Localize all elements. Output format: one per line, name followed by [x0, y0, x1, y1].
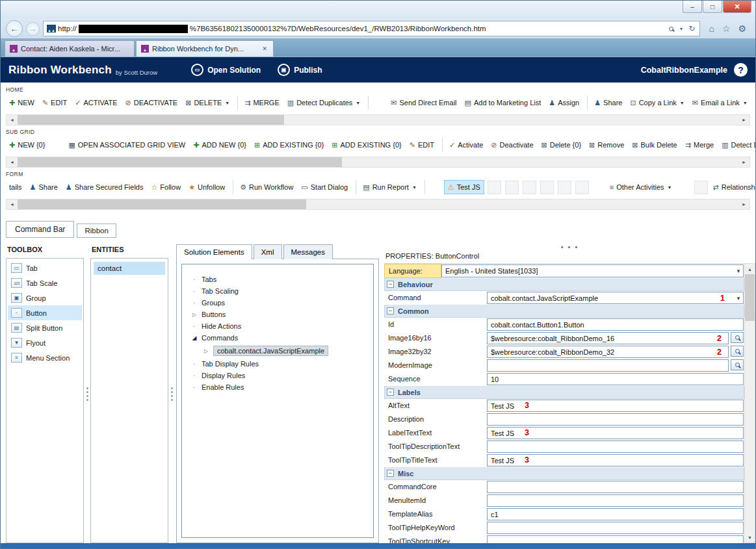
ribbon-button-deactivate[interactable]: ⊘Deactivate: [488, 138, 536, 151]
window-titlebar[interactable]: – □ ✕: [1, 1, 755, 19]
close-button[interactable]: ✕: [723, 1, 751, 13]
address-bar[interactable]: ▲▲ http:// %7B635618021350000132%7D/WebR…: [43, 21, 700, 36]
scroll-track[interactable]: [745, 274, 755, 532]
ribbon-button-new[interactable]: ✚NEW: [6, 96, 38, 109]
tab-xml[interactable]: Xml: [254, 244, 282, 259]
ribbon-button-start-dialog[interactable]: ▭Start Dialog: [298, 181, 351, 194]
field-input-menuitemid[interactable]: [487, 494, 744, 507]
ribbon-button-merge[interactable]: ⇉MERGE: [241, 96, 283, 109]
settings-gear-icon[interactable]: ⚙: [738, 23, 746, 34]
entity-item-contact[interactable]: contact: [94, 262, 165, 275]
field-input-description[interactable]: [487, 413, 744, 426]
tree-item-enable-rules[interactable]: ▪Enable Rules: [185, 381, 371, 393]
favorites-star-icon[interactable]: ☆: [722, 23, 731, 34]
tab-ribbon[interactable]: Ribbon: [77, 223, 116, 238]
ribbon-button-follow[interactable]: ☆Follow: [148, 181, 184, 194]
ribbon-button-edit[interactable]: ✎EDIT: [39, 96, 70, 109]
tree-item-buttons[interactable]: ▷Buttons: [185, 309, 371, 320]
scroll-left-icon[interactable]: ◄: [7, 115, 18, 125]
field-input-tooltipshortcutkey[interactable]: [487, 535, 744, 543]
tree-item-tab-display-rules[interactable]: ▪Tab Display Rules: [185, 358, 371, 370]
toolbox-item-tab[interactable]: ▭Tab: [8, 261, 82, 275]
ribbon-button-relationship[interactable]: ⇄Relationship▼: [710, 181, 756, 194]
field-input-labeltexttext[interactable]: Test JS3: [487, 427, 744, 439]
field-input-modernimage[interactable]: [487, 359, 729, 372]
field-input-command[interactable]: cobalt.contact.JavaScriptExample1▼: [487, 292, 744, 304]
minimize-button[interactable]: –: [683, 1, 702, 13]
field-input-tooltiptitletext[interactable]: Test JS3: [487, 454, 744, 466]
collapse-minus-icon[interactable]: −: [387, 307, 394, 314]
ribbon-button-add-existing-0[interactable]: ⊞ADD EXISTING {0}: [251, 138, 327, 151]
field-input-image32by32[interactable]: $webresource:cobalt_RibbonDemo_322: [487, 346, 729, 358]
ribbon-button-open-associated-grid-view[interactable]: ▦OPEN ASSOCIATED GRID VIEW: [65, 138, 189, 151]
splitter-handle-icon[interactable]: • • •: [384, 244, 755, 251]
collapse-minus-icon[interactable]: −: [387, 389, 394, 396]
tab-close-icon[interactable]: ✕: [261, 44, 268, 53]
panel-splitter[interactable]: [84, 244, 90, 543]
collapse-icon[interactable]: ◢: [191, 335, 198, 341]
ribbon-button-deactivate[interactable]: ⊘DEACTIVATE: [122, 96, 181, 109]
ribbon-button-delete[interactable]: ⊠DELETE▼: [182, 96, 233, 109]
refresh-icon[interactable]: ↻: [688, 24, 695, 33]
ribbon-button-remove[interactable]: ⊠Remove: [586, 138, 627, 151]
ribbon-button-add-existing-0[interactable]: ⊞ADD EXISTING {0}: [328, 138, 404, 151]
scroll-down-icon[interactable]: ▼: [745, 532, 755, 543]
browser-tab-contact[interactable]: ▲ Contact: Aiden Kaskela - Micr...: [5, 40, 135, 57]
language-select[interactable]: English - United States[1033]▼: [441, 264, 744, 277]
section-header-misc[interactable]: −Misc: [384, 467, 744, 480]
ribbon-button-email-a-link[interactable]: ✉Email a Link▼: [689, 96, 751, 109]
field-input-image16by16[interactable]: $webresource:cobalt_RibbonDemo_162: [487, 332, 729, 344]
section-header-common[interactable]: −Common: [384, 305, 744, 318]
collapse-minus-icon[interactable]: −: [387, 281, 394, 288]
tree-item-cobalt-contact-javascriptexample[interactable]: ▷cobalt.contact.JavaScriptExample: [185, 344, 371, 358]
empty-button-placeholder[interactable]: [488, 181, 501, 194]
field-input-tooltipdescriptiontext[interactable]: [487, 440, 744, 453]
toolbox-item-button[interactable]: ▫Button: [8, 305, 82, 320]
scroll-right-icon[interactable]: ►: [738, 115, 749, 125]
scroll-right-icon[interactable]: ►: [738, 157, 749, 167]
home-icon[interactable]: ⌂: [709, 23, 714, 34]
toolbox-item-flyout[interactable]: ▼Flyout: [8, 335, 82, 350]
scroll-track[interactable]: [18, 115, 738, 125]
field-input-sequence[interactable]: 10: [487, 373, 744, 385]
scroll-track[interactable]: [18, 199, 738, 209]
ribbon-button-merge[interactable]: ⇉Merge: [682, 138, 717, 151]
tab-messages[interactable]: Messages: [283, 244, 333, 259]
ribbon-button-detect-duplicates[interactable]: ▥Detect Duplicates▼: [718, 138, 755, 151]
horizontal-scrollbar[interactable]: ◄►: [6, 157, 750, 168]
tree-item-tabs[interactable]: ▪Tabs: [185, 274, 371, 285]
back-icon[interactable]: ←: [6, 20, 23, 37]
maximize-button[interactable]: □: [703, 1, 722, 13]
field-input-alttext[interactable]: Test JS3: [487, 400, 744, 412]
panel-splitter[interactable]: [168, 244, 175, 543]
chevron-down-icon[interactable]: ▼: [679, 27, 683, 31]
open-solution-button[interactable]: ▭ Open Solution: [191, 64, 261, 76]
ribbon-button-test-js[interactable]: ⚠Test JS: [444, 180, 484, 194]
field-input-templatealias[interactable]: c1: [487, 508, 744, 520]
empty-button-placeholder[interactable]: [523, 181, 536, 194]
field-input-commandcore[interactable]: [487, 481, 744, 493]
ribbon-button-share[interactable]: ♟Share: [27, 181, 61, 194]
empty-button-placeholder[interactable]: [505, 181, 519, 194]
properties-scrollbar[interactable]: ▲ ▼: [744, 263, 755, 543]
ribbon-button-edit[interactable]: ✎EDIT: [406, 138, 437, 151]
ribbon-button-share[interactable]: ♟Share: [591, 96, 625, 109]
ribbon-button-bulk-delete[interactable]: ⊠Bulk Delete: [629, 138, 680, 151]
ribbon-button-new-0[interactable]: ✚NEW {0}: [6, 138, 48, 151]
tree-item-groups[interactable]: ▪Groups: [185, 297, 371, 309]
ribbon-button-detect-duplicates[interactable]: ▥Detect Duplicates▼: [284, 96, 364, 109]
browse-button[interactable]: [731, 359, 744, 370]
section-header-labels[interactable]: −Labels: [384, 386, 744, 399]
scroll-track[interactable]: [18, 157, 738, 167]
ribbon-button-tails[interactable]: tails: [6, 181, 25, 194]
ribbon-button-run-report[interactable]: ▤Run Report▼: [359, 181, 420, 194]
ribbon-button-delete-0[interactable]: ⊠Delete {0}: [538, 138, 585, 151]
publish-button[interactable]: ▣ Publish: [278, 64, 322, 76]
ribbon-button-run-workflow[interactable]: ⚙Run Workflow: [237, 181, 296, 194]
expand-icon[interactable]: ▷: [191, 312, 198, 318]
scroll-thumb[interactable]: [18, 199, 306, 209]
empty-button-placeholder[interactable]: [558, 181, 571, 194]
help-button[interactable]: ?: [734, 63, 748, 77]
horizontal-scrollbar[interactable]: ◄►: [6, 114, 750, 125]
field-input-tooltiphelpkeyword[interactable]: [487, 522, 744, 534]
